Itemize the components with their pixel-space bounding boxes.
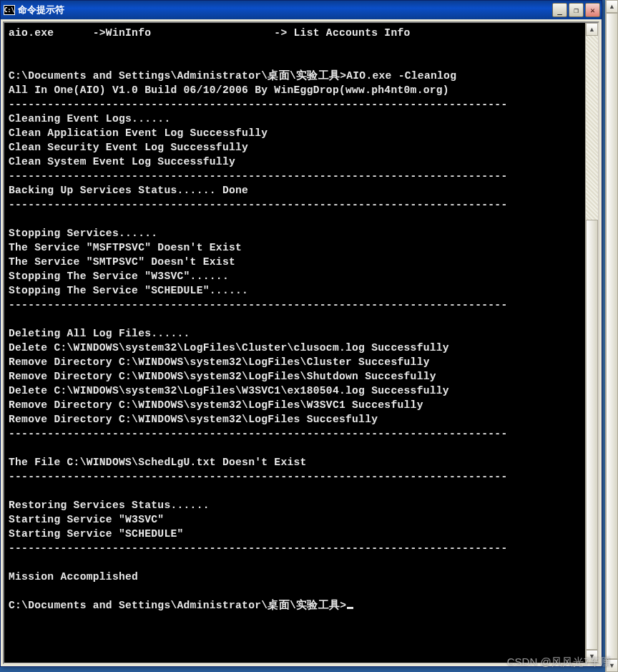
console-line: The Service "SMTPSVC" Doesn't Exist xyxy=(9,256,235,268)
maximize-button[interactable]: ❐ xyxy=(569,3,584,17)
console-line: ----------------------------------------… xyxy=(9,299,507,311)
console-line: aio.exe ->WinInfo -> List Accounts Info xyxy=(9,27,411,39)
console-line: Restoring Services Status...... xyxy=(9,500,210,511)
close-button[interactable]: ✕ xyxy=(585,3,600,17)
console-line: Stopping The Service "W3SVC"...... xyxy=(9,271,229,282)
console-prompt: C:\Documents and Settings\Administrator\… xyxy=(9,600,346,611)
console-line: Deleting All Log Files...... xyxy=(9,328,190,339)
minimize-button[interactable]: _ xyxy=(552,3,567,17)
console-line: ----------------------------------------… xyxy=(9,99,507,110)
console-line: Clean System Event Log Successfully xyxy=(9,156,235,167)
console-line: All In One(AIO) V1.0 Build 06/10/2006 By… xyxy=(9,84,449,96)
window-title: 命令提示符 xyxy=(18,4,552,16)
cmd-icon: C:\ xyxy=(4,5,15,15)
console-line: Cleaning Event Logs...... xyxy=(9,113,170,125)
scroll-up-button[interactable]: ▲ xyxy=(586,23,598,36)
console-line: Delete C:\WINDOWS\system32\LogFiles\Clus… xyxy=(9,342,449,354)
titlebar[interactable]: C:\ 命令提示符 _ ❐ ✕ xyxy=(1,1,602,19)
console-line: Stopping The Service "SCHEDULE"...... xyxy=(9,285,248,296)
console-line: Mission Accomplished xyxy=(9,571,138,583)
client-area: aio.exe ->WinInfo -> List Accounts Info … xyxy=(3,21,599,664)
console-line: Starting Service "W3SVC" xyxy=(9,514,164,525)
scroll-thumb[interactable] xyxy=(606,13,618,659)
desktop: C:\ 命令提示符 _ ❐ ✕ aio.exe ->WinInfo -> Lis… xyxy=(0,0,618,672)
console-line: ----------------------------------------… xyxy=(9,199,507,210)
console-output[interactable]: aio.exe ->WinInfo -> List Accounts Info … xyxy=(4,23,585,663)
scroll-track[interactable] xyxy=(606,13,618,659)
window-buttons: _ ❐ ✕ xyxy=(552,3,600,17)
console-line: Remove Directory C:\WINDOWS\system32\Log… xyxy=(9,414,378,425)
console-scrollbar[interactable]: ▲ ▼ xyxy=(585,23,598,663)
console-line: ----------------------------------------… xyxy=(9,471,507,482)
console-line: Delete C:\WINDOWS\system32\LogFiles\W3SV… xyxy=(9,385,449,396)
scroll-track[interactable] xyxy=(586,36,598,650)
watermark: CSDN @风风光7车厘 xyxy=(507,656,611,669)
console-line: The File C:\WINDOWS\SchedLgU.txt Doesn't… xyxy=(9,457,307,468)
console-line: ----------------------------------------… xyxy=(9,428,507,439)
console-line: The Service "MSFTPSVC" Doesn't Exist xyxy=(9,242,242,253)
cursor-icon xyxy=(347,607,353,609)
console-line: Clean Security Event Log Successfully xyxy=(9,142,248,153)
scroll-up-button[interactable]: ▲ xyxy=(606,0,618,13)
outer-scrollbar[interactable]: ▲ ▼ xyxy=(605,0,618,672)
console-line: Starting Service "SCHEDULE" xyxy=(9,528,184,540)
scroll-thumb[interactable] xyxy=(586,220,598,650)
console-line: C:\Documents and Settings\Administrator\… xyxy=(9,70,456,82)
console-line: Remove Directory C:\WINDOWS\system32\Log… xyxy=(9,371,436,382)
console-line: Stopping Services...... xyxy=(9,228,157,239)
console-line: ----------------------------------------… xyxy=(9,542,507,554)
console-line: ----------------------------------------… xyxy=(9,170,507,182)
console-line: Remove Directory C:\WINDOWS\system32\Log… xyxy=(9,356,430,368)
console-line: Clean Application Event Log Successfully xyxy=(9,127,268,139)
console-line: Remove Directory C:\WINDOWS\system32\Log… xyxy=(9,399,423,411)
command-prompt-window: C:\ 命令提示符 _ ❐ ✕ aio.exe ->WinInfo -> Lis… xyxy=(0,0,602,667)
console-line: Backing Up Services Status...... Done xyxy=(9,185,248,196)
